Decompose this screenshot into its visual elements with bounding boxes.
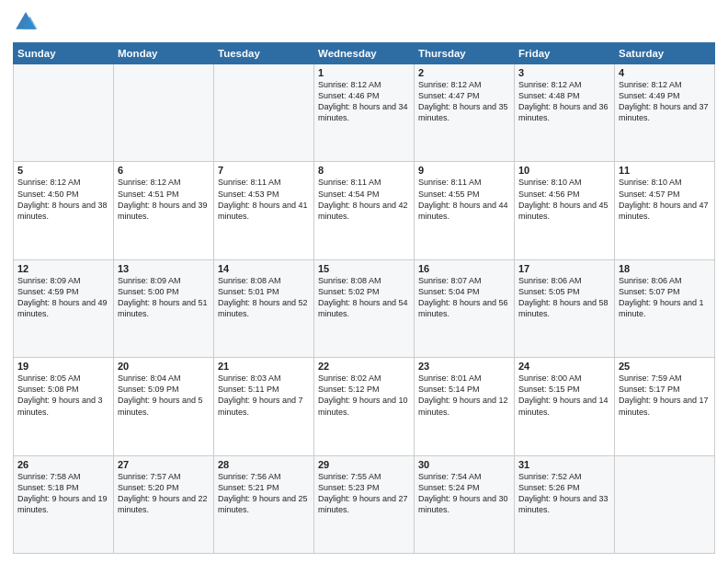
day-number: 25 <box>619 361 711 372</box>
calendar-day-18: 18Sunrise: 8:06 AM Sunset: 5:07 PM Dayli… <box>615 259 715 357</box>
header <box>13 9 715 35</box>
day-number: 1 <box>318 67 410 78</box>
day-number: 16 <box>418 263 510 274</box>
calendar-day-20: 20Sunrise: 8:04 AM Sunset: 5:09 PM Dayli… <box>114 358 214 455</box>
calendar-day-24: 24Sunrise: 8:00 AM Sunset: 5:15 PM Dayli… <box>515 358 615 455</box>
page: SundayMondayTuesdayWednesdayThursdayFrid… <box>0 0 728 563</box>
day-number: 4 <box>619 67 711 78</box>
calendar-week-row: 1Sunrise: 8:12 AM Sunset: 4:46 PM Daylig… <box>14 64 715 162</box>
weekday-header-friday: Friday <box>515 43 615 64</box>
day-number: 14 <box>218 263 310 274</box>
calendar-day-9: 9Sunrise: 8:11 AM Sunset: 4:55 PM Daylig… <box>415 162 515 259</box>
calendar-empty-cell <box>214 64 314 162</box>
day-info-text: Sunrise: 7:55 AM Sunset: 5:23 PM Dayligh… <box>318 471 410 516</box>
day-info-text: Sunrise: 8:12 AM Sunset: 4:51 PM Dayligh… <box>118 177 210 222</box>
calendar-week-row: 5Sunrise: 8:12 AM Sunset: 4:50 PM Daylig… <box>14 162 715 259</box>
day-number: 19 <box>17 361 109 372</box>
calendar-day-5: 5Sunrise: 8:12 AM Sunset: 4:50 PM Daylig… <box>14 162 114 259</box>
day-info-text: Sunrise: 8:09 AM Sunset: 4:59 PM Dayligh… <box>17 275 109 320</box>
day-number: 26 <box>17 459 109 470</box>
day-info-text: Sunrise: 8:09 AM Sunset: 5:00 PM Dayligh… <box>118 275 210 320</box>
calendar-table: SundayMondayTuesdayWednesdayThursdayFrid… <box>13 42 715 554</box>
day-info-text: Sunrise: 8:06 AM Sunset: 5:05 PM Dayligh… <box>518 275 610 320</box>
day-number: 5 <box>17 165 109 176</box>
calendar-week-row: 26Sunrise: 7:58 AM Sunset: 5:18 PM Dayli… <box>14 455 715 553</box>
calendar-empty-cell <box>14 64 114 162</box>
day-info-text: Sunrise: 7:52 AM Sunset: 5:26 PM Dayligh… <box>518 471 610 516</box>
day-info-text: Sunrise: 8:06 AM Sunset: 5:07 PM Dayligh… <box>619 275 711 320</box>
day-number: 29 <box>318 459 410 470</box>
day-info-text: Sunrise: 8:12 AM Sunset: 4:50 PM Dayligh… <box>17 177 109 222</box>
calendar-day-1: 1Sunrise: 8:12 AM Sunset: 4:46 PM Daylig… <box>314 64 415 162</box>
day-number: 17 <box>518 263 610 274</box>
day-info-text: Sunrise: 8:02 AM Sunset: 5:12 PM Dayligh… <box>318 373 410 418</box>
calendar-day-11: 11Sunrise: 8:10 AM Sunset: 4:57 PM Dayli… <box>615 162 715 259</box>
day-number: 22 <box>318 361 410 372</box>
day-info-text: Sunrise: 8:11 AM Sunset: 4:55 PM Dayligh… <box>418 177 510 222</box>
day-info-text: Sunrise: 8:11 AM Sunset: 4:54 PM Dayligh… <box>318 177 410 222</box>
calendar-day-14: 14Sunrise: 8:08 AM Sunset: 5:01 PM Dayli… <box>214 259 314 357</box>
day-info-text: Sunrise: 7:59 AM Sunset: 5:17 PM Dayligh… <box>619 373 711 418</box>
day-info-text: Sunrise: 7:56 AM Sunset: 5:21 PM Dayligh… <box>218 471 310 516</box>
weekday-header-monday: Monday <box>114 43 214 64</box>
day-info-text: Sunrise: 8:12 AM Sunset: 4:46 PM Dayligh… <box>318 79 410 124</box>
calendar-day-8: 8Sunrise: 8:11 AM Sunset: 4:54 PM Daylig… <box>314 162 415 259</box>
day-number: 24 <box>518 361 610 372</box>
day-info-text: Sunrise: 7:57 AM Sunset: 5:20 PM Dayligh… <box>118 471 210 516</box>
day-number: 2 <box>418 67 510 78</box>
day-info-text: Sunrise: 8:00 AM Sunset: 5:15 PM Dayligh… <box>518 373 610 418</box>
calendar-week-row: 19Sunrise: 8:05 AM Sunset: 5:08 PM Dayli… <box>14 358 715 455</box>
weekday-header-tuesday: Tuesday <box>214 43 314 64</box>
calendar-day-6: 6Sunrise: 8:12 AM Sunset: 4:51 PM Daylig… <box>114 162 214 259</box>
calendar-day-7: 7Sunrise: 8:11 AM Sunset: 4:53 PM Daylig… <box>214 162 314 259</box>
day-number: 27 <box>118 459 210 470</box>
day-info-text: Sunrise: 8:05 AM Sunset: 5:08 PM Dayligh… <box>17 373 109 418</box>
day-number: 13 <box>118 263 210 274</box>
weekday-header-wednesday: Wednesday <box>314 43 415 64</box>
calendar-day-4: 4Sunrise: 8:12 AM Sunset: 4:49 PM Daylig… <box>615 64 715 162</box>
day-info-text: Sunrise: 8:07 AM Sunset: 5:04 PM Dayligh… <box>418 275 510 320</box>
day-info-text: Sunrise: 8:04 AM Sunset: 5:09 PM Dayligh… <box>118 373 210 418</box>
day-number: 10 <box>518 165 610 176</box>
calendar-day-10: 10Sunrise: 8:10 AM Sunset: 4:56 PM Dayli… <box>515 162 615 259</box>
calendar-day-30: 30Sunrise: 7:54 AM Sunset: 5:24 PM Dayli… <box>415 455 515 553</box>
calendar-day-25: 25Sunrise: 7:59 AM Sunset: 5:17 PM Dayli… <box>615 358 715 455</box>
day-number: 18 <box>619 263 711 274</box>
day-number: 20 <box>118 361 210 372</box>
day-info-text: Sunrise: 8:08 AM Sunset: 5:01 PM Dayligh… <box>218 275 310 320</box>
day-number: 12 <box>17 263 109 274</box>
weekday-header-sunday: Sunday <box>14 43 114 64</box>
weekday-header-saturday: Saturday <box>615 43 715 64</box>
calendar-day-16: 16Sunrise: 8:07 AM Sunset: 5:04 PM Dayli… <box>415 259 515 357</box>
day-number: 11 <box>619 165 711 176</box>
day-info-text: Sunrise: 8:01 AM Sunset: 5:14 PM Dayligh… <box>418 373 510 418</box>
calendar-day-12: 12Sunrise: 8:09 AM Sunset: 4:59 PM Dayli… <box>14 259 114 357</box>
day-number: 31 <box>518 459 610 470</box>
calendar-week-row: 12Sunrise: 8:09 AM Sunset: 4:59 PM Dayli… <box>14 259 715 357</box>
day-number: 30 <box>418 459 510 470</box>
logo-icon <box>13 9 39 35</box>
day-info-text: Sunrise: 8:12 AM Sunset: 4:49 PM Dayligh… <box>619 79 711 124</box>
day-number: 3 <box>518 67 610 78</box>
day-info-text: Sunrise: 8:08 AM Sunset: 5:02 PM Dayligh… <box>318 275 410 320</box>
day-number: 28 <box>218 459 310 470</box>
weekday-header-row: SundayMondayTuesdayWednesdayThursdayFrid… <box>14 43 715 64</box>
day-info-text: Sunrise: 8:12 AM Sunset: 4:48 PM Dayligh… <box>518 79 610 124</box>
logo <box>13 9 40 35</box>
calendar-day-13: 13Sunrise: 8:09 AM Sunset: 5:00 PM Dayli… <box>114 259 214 357</box>
weekday-header-thursday: Thursday <box>415 43 515 64</box>
day-info-text: Sunrise: 7:54 AM Sunset: 5:24 PM Dayligh… <box>418 471 510 516</box>
calendar-day-21: 21Sunrise: 8:03 AM Sunset: 5:11 PM Dayli… <box>214 358 314 455</box>
calendar-day-19: 19Sunrise: 8:05 AM Sunset: 5:08 PM Dayli… <box>14 358 114 455</box>
calendar-day-2: 2Sunrise: 8:12 AM Sunset: 4:47 PM Daylig… <box>415 64 515 162</box>
day-info-text: Sunrise: 8:10 AM Sunset: 4:57 PM Dayligh… <box>619 177 711 222</box>
day-info-text: Sunrise: 8:03 AM Sunset: 5:11 PM Dayligh… <box>218 373 310 418</box>
calendar-day-22: 22Sunrise: 8:02 AM Sunset: 5:12 PM Dayli… <box>314 358 415 455</box>
calendar-empty-cell <box>114 64 214 162</box>
calendar-day-23: 23Sunrise: 8:01 AM Sunset: 5:14 PM Dayli… <box>415 358 515 455</box>
calendar-day-26: 26Sunrise: 7:58 AM Sunset: 5:18 PM Dayli… <box>14 455 114 553</box>
calendar-day-15: 15Sunrise: 8:08 AM Sunset: 5:02 PM Dayli… <box>314 259 415 357</box>
day-number: 23 <box>418 361 510 372</box>
day-number: 9 <box>418 165 510 176</box>
calendar-day-31: 31Sunrise: 7:52 AM Sunset: 5:26 PM Dayli… <box>515 455 615 553</box>
